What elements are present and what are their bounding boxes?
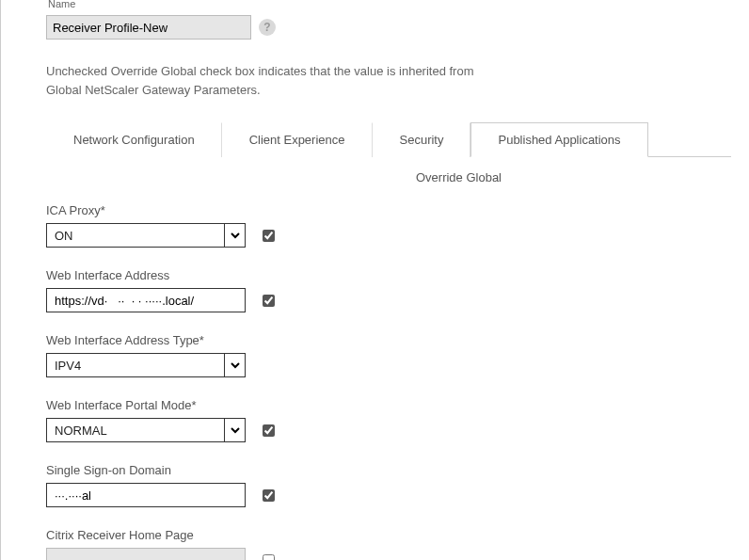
single-sign-on-domain-label: Single Sign-on Domain (46, 463, 730, 477)
web-interface-portal-mode-label: Web Interface Portal Mode* (46, 398, 730, 412)
web-interface-portal-mode-override-checkbox[interactable] (263, 424, 275, 437)
ica-proxy-label: ICA Proxy* (46, 203, 730, 217)
ica-proxy-override-checkbox[interactable] (263, 230, 275, 242)
help-icon[interactable]: ? (259, 19, 276, 36)
web-interface-address-input[interactable] (46, 288, 246, 312)
override-note: Unchecked Override Global check box indi… (46, 62, 498, 99)
chevron-down-icon (224, 354, 245, 376)
single-sign-on-domain-override-checkbox[interactable] (263, 489, 275, 502)
chevron-down-icon (224, 419, 245, 441)
profile-name-input[interactable] (46, 15, 251, 40)
citrix-receiver-home-page-input (46, 548, 246, 560)
single-sign-on-domain-input[interactable] (46, 483, 246, 507)
web-interface-address-type-label: Web Interface Address Type* (46, 333, 730, 347)
web-interface-address-label: Web Interface Address (46, 268, 730, 282)
tab-client-experience[interactable]: Client Experience (222, 122, 373, 157)
override-global-header: Override Global (187, 170, 730, 184)
citrix-receiver-home-page-override-checkbox[interactable] (263, 554, 275, 561)
published-applications-pane: Override Global ICA Proxy* ON Web Interf… (1, 157, 749, 560)
web-interface-portal-mode-select[interactable]: NORMAL (46, 418, 246, 442)
tab-security[interactable]: Security (373, 122, 471, 157)
chevron-down-icon (224, 224, 245, 247)
ica-proxy-select[interactable]: ON (46, 223, 246, 248)
name-label: Name (48, 0, 730, 9)
tabs-bar: Network Configuration Client Experience … (46, 121, 731, 157)
tab-network-configuration[interactable]: Network Configuration (46, 122, 222, 157)
web-interface-address-type-select[interactable]: IPV4 (46, 353, 246, 377)
tab-published-applications[interactable]: Published Applications (470, 122, 647, 157)
citrix-receiver-home-page-label: Citrix Receiver Home Page (46, 528, 730, 542)
web-interface-address-override-checkbox[interactable] (263, 295, 275, 307)
